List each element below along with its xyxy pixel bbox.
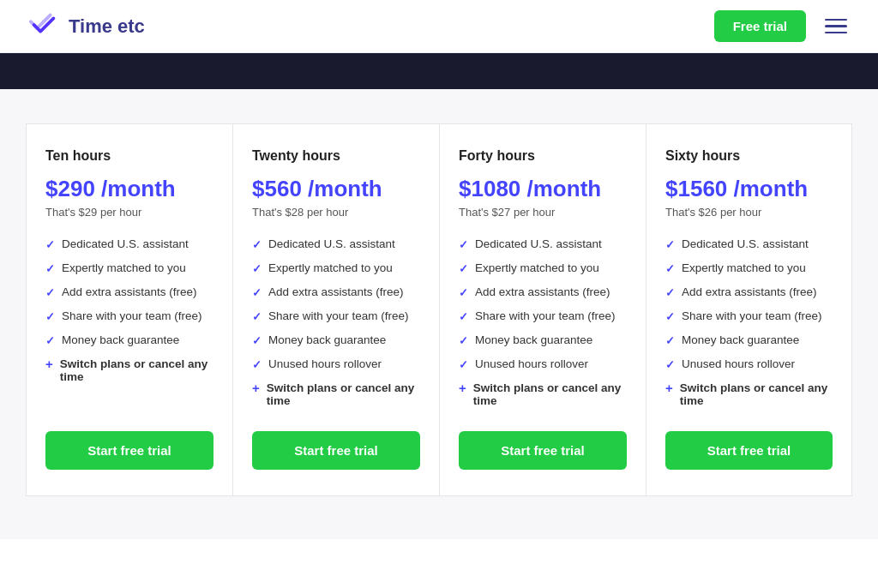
feature-text-1-3: Share with your team (free) [268,309,409,322]
check-icon-3-3: ✓ [665,310,675,323]
features-list-1: ✓Dedicated U.S. assistant✓Expertly match… [252,237,420,407]
feature-text-0-3: Share with your team (free) [62,309,202,322]
plan-per-hour-1: That's $28 per hour [252,206,420,219]
feature-text-3-2: Add extra assistants (free) [682,285,817,298]
feature-text-1-5: Unused hours rollover [268,357,382,370]
start-trial-button-0[interactable]: Start free trial [45,431,213,470]
check-icon-2-0: ✓ [459,238,468,251]
plan-card-3: Sixty hours$1560 /monthThat's $26 per ho… [646,123,852,496]
feature-text-3-5: Unused hours rollover [682,357,795,370]
pricing-grid: Ten hours$290 /monthThat's $29 per hour✓… [26,123,852,496]
check-icon-1-5: ✓ [252,358,262,371]
hamburger-menu-button[interactable] [821,15,851,38]
check-icon-0-2: ✓ [45,286,55,299]
features-list-3: ✓Dedicated U.S. assistant✓Expertly match… [665,237,833,407]
check-icon-2-5: ✓ [459,358,468,371]
feature-item-0-4: ✓Money back guarantee [45,333,213,347]
feature-item-2-6: +Switch plans or cancel any time [459,381,627,407]
plan-per-hour-0: That's $29 per hour [45,206,213,219]
feature-item-3-1: ✓Expertly matched to you [665,261,833,275]
check-icon-3-5: ✓ [665,358,675,371]
feature-text-3-4: Money back guarantee [682,333,799,346]
feature-text-2-1: Expertly matched to you [475,261,599,274]
feature-text-3-1: Expertly matched to you [682,261,806,274]
feature-item-0-2: ✓Add extra assistants (free) [45,285,213,299]
plan-name-3: Sixty hours [665,148,833,164]
feature-text-1-0: Dedicated U.S. assistant [268,237,395,250]
plus-icon-0-5: + [45,357,53,371]
feature-item-3-6: +Switch plans or cancel any time [665,381,833,407]
check-icon-0-4: ✓ [45,334,55,347]
plan-price-1: $560 /month [252,176,420,202]
feature-text-2-4: Money back guarantee [475,333,592,346]
check-icon-3-1: ✓ [665,262,675,275]
start-trial-button-1[interactable]: Start free trial [252,431,420,470]
dark-banner [0,53,878,89]
logo-icon [27,9,60,45]
feature-item-3-2: ✓Add extra assistants (free) [665,285,833,299]
plus-icon-1-6: + [252,381,260,395]
feature-item-1-3: ✓Share with your team (free) [252,309,420,323]
hamburger-line-3 [825,32,847,34]
plan-per-hour-3: That's $26 per hour [665,206,833,219]
feature-text-3-3: Share with your team (free) [682,309,822,322]
plan-per-hour-2: That's $27 per hour [459,206,627,219]
plan-name-0: Ten hours [45,148,213,164]
feature-item-2-1: ✓Expertly matched to you [459,261,627,275]
feature-item-2-3: ✓Share with your team (free) [459,309,627,323]
feature-item-2-0: ✓Dedicated U.S. assistant [459,237,627,251]
feature-text-0-5: Switch plans or cancel any time [60,357,213,383]
check-icon-1-2: ✓ [252,286,262,299]
check-icon-0-3: ✓ [45,310,55,323]
plan-price-0: $290 /month [45,176,213,202]
check-icon-0-0: ✓ [45,238,55,251]
plan-card-0: Ten hours$290 /monthThat's $29 per hour✓… [26,123,232,496]
check-icon-1-0: ✓ [252,238,262,251]
feature-text-0-0: Dedicated U.S. assistant [62,237,189,250]
feature-text-3-0: Dedicated U.S. assistant [682,237,809,250]
check-icon-1-4: ✓ [252,334,262,347]
feature-item-1-4: ✓Money back guarantee [252,333,420,347]
feature-text-2-3: Share with your team (free) [475,309,616,322]
features-list-0: ✓Dedicated U.S. assistant✓Expertly match… [45,237,213,407]
check-icon-3-0: ✓ [665,238,675,251]
feature-item-0-5: +Switch plans or cancel any time [45,357,213,383]
check-icon-3-4: ✓ [665,334,675,347]
feature-text-1-6: Switch plans or cancel any time [267,381,420,407]
plan-card-1: Twenty hours$560 /monthThat's $28 per ho… [232,123,439,496]
feature-text-0-4: Money back guarantee [62,333,179,346]
start-trial-button-2[interactable]: Start free trial [459,431,627,470]
feature-item-3-0: ✓Dedicated U.S. assistant [665,237,833,251]
plus-icon-3-6: + [665,381,673,395]
feature-text-2-0: Dedicated U.S. assistant [475,237,602,250]
check-icon-1-3: ✓ [252,310,262,323]
feature-item-2-5: ✓Unused hours rollover [459,357,627,371]
feature-item-1-2: ✓Add extra assistants (free) [252,285,420,299]
feature-item-3-3: ✓Share with your team (free) [665,309,833,323]
header-right: Free trial [714,10,851,42]
feature-item-0-0: ✓Dedicated U.S. assistant [45,237,213,251]
feature-text-1-2: Add extra assistants (free) [268,285,404,298]
check-icon-2-4: ✓ [459,334,468,347]
start-trial-button-3[interactable]: Start free trial [665,431,833,470]
plan-price-2: $1080 /month [459,176,627,202]
plan-price-3: $1560 /month [665,176,833,202]
feature-text-3-6: Switch plans or cancel any time [680,381,833,407]
feature-item-3-4: ✓Money back guarantee [665,333,833,347]
hamburger-line-2 [825,25,847,27]
header-free-trial-button[interactable]: Free trial [714,10,806,42]
feature-text-1-4: Money back guarantee [268,333,386,346]
logo-area: Time etc [27,9,145,45]
features-list-2: ✓Dedicated U.S. assistant✓Expertly match… [459,237,627,407]
pricing-section: Ten hours$290 /monthThat's $29 per hour✓… [0,89,878,539]
feature-item-1-1: ✓Expertly matched to you [252,261,420,275]
logo-text: Time etc [69,15,145,38]
feature-item-2-2: ✓Add extra assistants (free) [459,285,627,299]
feature-text-2-2: Add extra assistants (free) [475,285,610,298]
plan-name-2: Forty hours [459,148,627,164]
check-icon-0-1: ✓ [45,262,55,275]
plan-name-1: Twenty hours [252,148,420,164]
check-icon-2-2: ✓ [459,286,468,299]
feature-text-2-5: Unused hours rollover [475,357,588,370]
check-icon-2-3: ✓ [459,310,468,323]
